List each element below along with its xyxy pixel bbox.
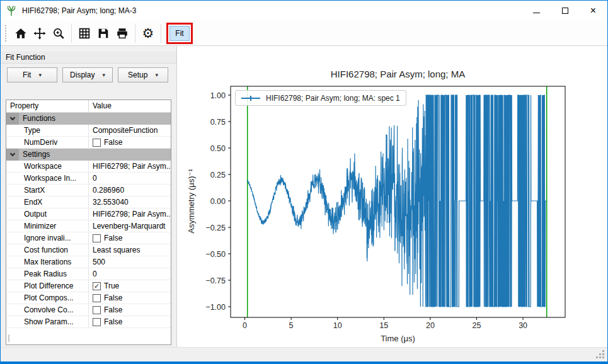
property-name: Workspace In... (19, 173, 89, 184)
y-tick-label: −0.75 (205, 276, 226, 285)
panel-resize-grip[interactable] (8, 334, 9, 342)
property-value: False (104, 293, 122, 302)
maximize-button[interactable] (551, 1, 579, 21)
property-row[interactable]: StartX0.286960 (6, 185, 171, 196)
print-icon (115, 26, 129, 40)
pan-icon (33, 26, 47, 40)
save-button[interactable] (94, 24, 113, 43)
y-tick-label: 0.75 (210, 118, 226, 127)
y-tick-label: 1.00 (210, 91, 226, 100)
y-tick-label: −1.00 (205, 303, 226, 312)
maximize-icon (562, 8, 568, 14)
property-name: NumDeriv (19, 137, 89, 148)
property-value: Least squares (93, 246, 140, 254)
property-name: Max Iterations (19, 256, 89, 268)
group-label: Functions (19, 113, 171, 125)
zoom-button[interactable] (49, 24, 68, 43)
toolbar-separator (71, 24, 72, 43)
property-row[interactable]: EndX32.553040 (6, 196, 171, 208)
property-name: StartX (19, 185, 89, 196)
x-tick-label: 30 (519, 321, 527, 330)
property-row[interactable]: NumDerivFalse (6, 137, 171, 149)
title-bar[interactable]: HIFI62798; Pair Asym; long; MA-3 × (1, 1, 607, 21)
property-value: False (104, 234, 122, 242)
pan-button[interactable] (30, 24, 49, 43)
plot-title: HIFI62798; Pair Asym; long; MA (231, 69, 565, 79)
checkbox[interactable] (93, 318, 101, 326)
zoom-icon (52, 26, 66, 40)
property-value: HIFI62798; Pair Asym... (93, 162, 171, 171)
save-icon (96, 26, 110, 40)
property-grid: Property Value FunctionsTypeCompositeFun… (6, 100, 171, 345)
fit-function-panel: Fit Function Fit▾ Display▾ Setup▾ Proper… (1, 46, 176, 347)
property-name: Ignore invali... (19, 232, 89, 244)
property-row[interactable]: Max Iterations500 (6, 256, 171, 268)
y-tick-label: 0.25 (210, 171, 226, 179)
fit-menu-button[interactable]: Fit▾ (7, 67, 57, 82)
close-button[interactable]: × (579, 1, 607, 21)
property-row[interactable]: Show Param...False (6, 316, 171, 328)
checkbox[interactable] (93, 294, 101, 302)
property-name: Plot Compos... (19, 292, 89, 304)
property-value: False (104, 138, 122, 147)
checkbox[interactable] (93, 234, 101, 242)
property-row[interactable]: Peak Radius0 (6, 268, 171, 280)
property-row[interactable]: WorkspaceHIFI62798; Pair Asym... (6, 161, 171, 173)
home-button[interactable] (11, 24, 30, 43)
panel-title: Fit Function (1, 50, 176, 64)
subplots-button[interactable] (75, 24, 94, 43)
property-value: 500 (93, 258, 105, 266)
property-row[interactable]: OutputHIFI62798; Pair Asym... (6, 208, 171, 220)
chevron-down-icon: ▾ (38, 72, 42, 78)
toolbar-separator (135, 24, 135, 43)
plot-legend: HIFI62798; Pair Asym; long; MA: spec 1 (235, 90, 406, 106)
collapse-chevron-icon[interactable] (6, 113, 19, 125)
mantid-app-icon (6, 5, 17, 16)
legend-label: HIFI62798; Pair Asym; long; MA: spec 1 (266, 94, 400, 103)
setup-menu-button[interactable]: Setup▾ (118, 67, 168, 82)
fit-toolbar-button[interactable]: Fit (169, 26, 190, 41)
property-row[interactable]: Ignore invali...False (6, 232, 171, 244)
chevron-down-icon: ▾ (155, 72, 158, 78)
checkbox[interactable] (93, 139, 101, 147)
property-row[interactable]: Plot Difference✓True (6, 280, 171, 292)
plot-figure: 0510152025301.000.750.500.250.00−0.25−0.… (177, 46, 607, 347)
resize-grip-icon[interactable] (602, 356, 604, 358)
grid-icon (77, 26, 91, 40)
property-name: Plot Difference (19, 280, 89, 292)
print-button[interactable] (113, 24, 132, 43)
minimize-icon (533, 13, 540, 13)
property-row[interactable]: Convolve Co...False (6, 304, 171, 316)
property-row[interactable]: Workspace In...0 (6, 173, 171, 185)
display-menu-button[interactable]: Display▾ (62, 67, 113, 82)
property-value: False (104, 317, 122, 326)
property-row[interactable]: Plot Compos...False (6, 292, 171, 304)
checkbox[interactable] (93, 306, 101, 314)
property-value: CompositeFunction (93, 126, 158, 135)
customize-button[interactable]: ⚙ (139, 24, 158, 43)
x-tick-label: 20 (426, 321, 435, 330)
property-name: Workspace (19, 161, 89, 172)
x-tick-label: 15 (379, 321, 388, 330)
x-tick-label: 25 (473, 321, 481, 330)
y-tick-label: 0.50 (210, 144, 226, 153)
property-value: HIFI62798; Pair Asym... (93, 210, 171, 219)
property-value: Levenberg-Marquardt (93, 222, 165, 230)
collapse-chevron-icon[interactable] (6, 149, 19, 161)
minimize-button[interactable] (522, 1, 551, 21)
property-row[interactable]: TypeCompositeFunction (6, 125, 171, 137)
home-icon (14, 26, 28, 40)
group-row[interactable]: Functions (6, 113, 171, 125)
chevron-down-icon: ▾ (102, 72, 105, 78)
group-label: Settings (19, 149, 171, 161)
toolbar-drag-handle[interactable] (5, 25, 6, 42)
column-header-value: Value (89, 100, 171, 112)
group-row[interactable]: Settings (6, 149, 171, 161)
property-value: True (104, 282, 119, 290)
plot-toolbar: ⚙ Fit (1, 21, 607, 46)
checkbox[interactable]: ✓ (93, 282, 101, 290)
property-row[interactable]: Cost functionLeast squares (6, 244, 171, 256)
app-window: HIFI62798; Pair Asym; long; MA-3 × (0, 0, 608, 364)
property-row[interactable]: MinimizerLevenberg-Marquardt (6, 220, 171, 232)
property-name: Output (19, 208, 89, 220)
